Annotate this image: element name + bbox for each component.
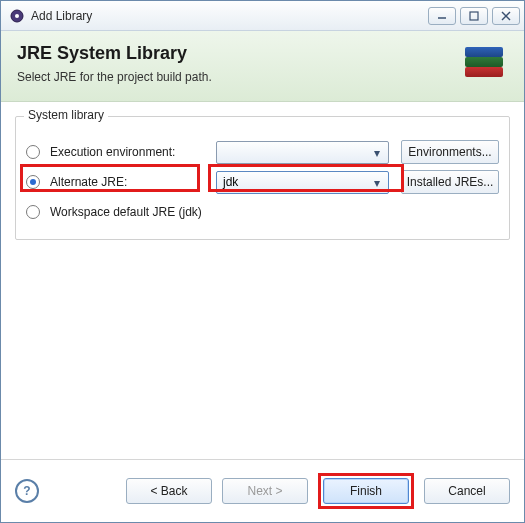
svg-rect-3 <box>470 12 478 20</box>
footer: ? < Back Next > Finish Cancel <box>1 470 524 522</box>
chevron-down-icon: ▾ <box>370 176 384 190</box>
minimize-button[interactable] <box>428 7 456 25</box>
app-icon <box>9 8 25 24</box>
alt-jre-row: Alternate JRE: jdk ▾ Installed JREs... <box>26 167 499 197</box>
alt-jre-label: Alternate JRE: <box>50 175 210 189</box>
help-icon[interactable]: ? <box>15 479 39 503</box>
close-button[interactable] <box>492 7 520 25</box>
divider <box>1 459 524 460</box>
page-title: JRE System Library <box>17 43 460 64</box>
banner: JRE System Library Select JRE for the pr… <box>1 31 524 102</box>
finish-button[interactable]: Finish <box>323 478 409 504</box>
workspace-default-row: Workspace default JRE (jdk) <box>26 197 499 227</box>
next-button[interactable]: Next > <box>222 478 308 504</box>
exec-env-row: Execution environment: ▾ Environments... <box>26 137 499 167</box>
workspace-default-label: Workspace default JRE (jdk) <box>50 205 202 219</box>
maximize-button[interactable] <box>460 7 488 25</box>
svg-point-1 <box>15 14 19 18</box>
installed-jres-button[interactable]: Installed JREs... <box>401 170 499 194</box>
titlebar: Add Library <box>1 1 524 31</box>
group-label: System library <box>24 108 108 122</box>
workspace-default-radio[interactable] <box>26 205 40 219</box>
exec-env-radio[interactable] <box>26 145 40 159</box>
window-controls <box>428 7 520 25</box>
back-button[interactable]: < Back <box>126 478 212 504</box>
exec-env-label: Execution environment: <box>50 145 210 159</box>
books-icon <box>460 43 508 87</box>
window-title: Add Library <box>31 9 428 23</box>
environments-button[interactable]: Environments... <box>401 140 499 164</box>
cancel-button[interactable]: Cancel <box>424 478 510 504</box>
system-library-group: System library Execution environment: ▾ … <box>15 116 510 240</box>
alt-jre-value: jdk <box>223 175 238 189</box>
exec-env-combo[interactable]: ▾ <box>216 141 389 164</box>
alt-jre-combo[interactable]: jdk ▾ <box>216 171 389 194</box>
dialog-window: Add Library JRE System Library Select JR… <box>0 0 525 523</box>
chevron-down-icon: ▾ <box>370 146 384 160</box>
page-subtitle: Select JRE for the project build path. <box>17 70 460 84</box>
alt-jre-radio[interactable] <box>26 175 40 189</box>
highlight-box: Finish <box>318 473 414 509</box>
content-area: System library Execution environment: ▾ … <box>1 102 524 459</box>
